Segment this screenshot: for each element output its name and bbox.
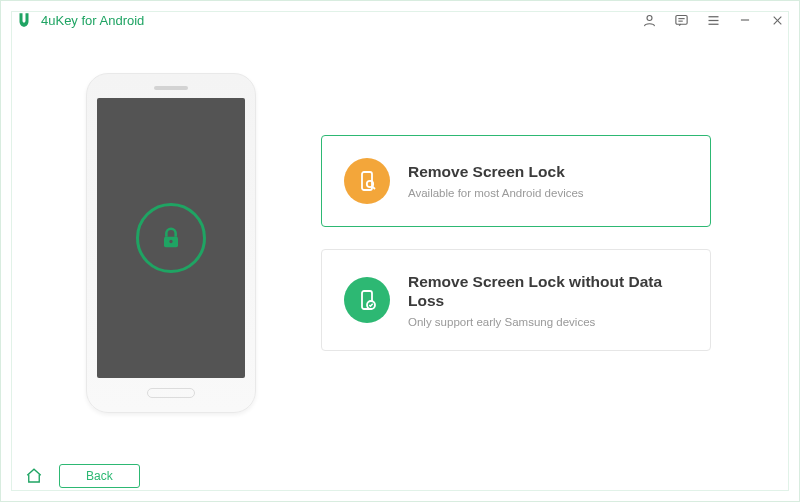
phone-speaker: [154, 86, 188, 90]
account-icon[interactable]: [641, 12, 657, 28]
logo-icon: [15, 11, 33, 29]
title-actions: [641, 12, 785, 28]
lock-icon: [136, 203, 206, 273]
option-text: Remove Screen Lock Available for most An…: [408, 162, 584, 199]
svg-point-0: [647, 15, 652, 20]
close-icon[interactable]: [769, 12, 785, 28]
phone-home-button: [147, 388, 195, 398]
svg-point-11: [169, 240, 172, 243]
titlebar: 4uKey for Android: [1, 1, 799, 39]
phone-illustration: [71, 73, 271, 413]
phone-unlock-icon: [344, 158, 390, 204]
option-title: Remove Screen Lock: [408, 162, 584, 181]
option-remove-screen-lock[interactable]: Remove Screen Lock Available for most An…: [321, 135, 711, 227]
back-button[interactable]: Back: [59, 464, 140, 488]
option-remove-without-data-loss[interactable]: Remove Screen Lock without Data Loss Onl…: [321, 249, 711, 352]
option-text: Remove Screen Lock without Data Loss Onl…: [408, 272, 688, 329]
option-subtitle: Only support early Samsung devices: [408, 316, 688, 328]
menu-icon[interactable]: [705, 12, 721, 28]
svg-rect-1: [675, 15, 686, 24]
phone-screen: [97, 98, 245, 378]
feedback-icon[interactable]: [673, 12, 689, 28]
footer: Back: [1, 457, 799, 501]
home-icon[interactable]: [23, 465, 45, 487]
phone-check-icon: [344, 277, 390, 323]
minimize-icon[interactable]: [737, 12, 753, 28]
app-logo: 4uKey for Android: [15, 11, 144, 29]
app-title: 4uKey for Android: [41, 13, 144, 28]
option-list: Remove Screen Lock Available for most An…: [321, 135, 711, 352]
option-subtitle: Available for most Android devices: [408, 187, 584, 199]
phone-frame: [86, 73, 256, 413]
main-content: Remove Screen Lock Available for most An…: [1, 39, 799, 457]
option-title: Remove Screen Lock without Data Loss: [408, 272, 688, 311]
app-window: 4uKey for Android: [0, 0, 800, 502]
